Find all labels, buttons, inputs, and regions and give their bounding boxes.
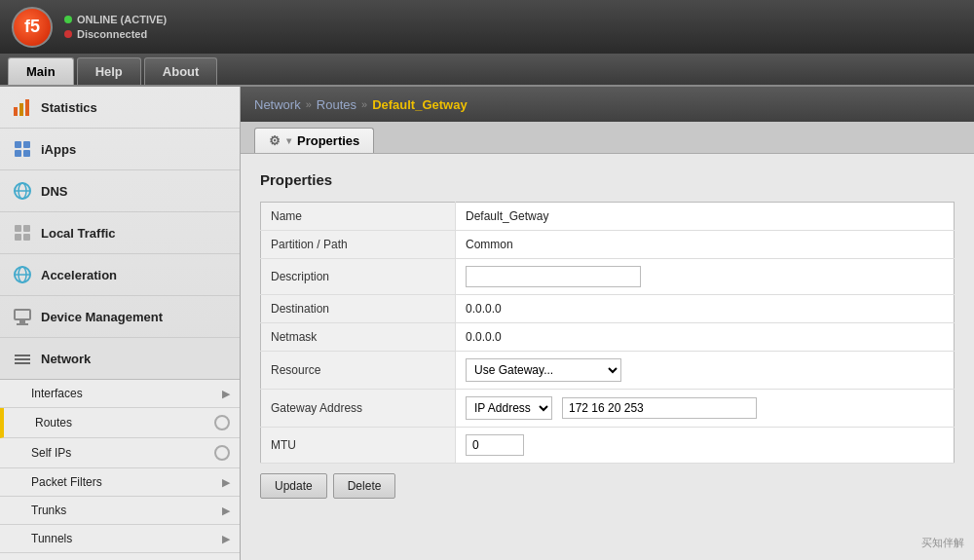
statistics-icon [12, 96, 33, 118]
destination-label: Destination [261, 295, 456, 323]
tab-about[interactable]: About [144, 57, 218, 85]
sidebar-sub-route-domains[interactable]: Route Domains [0, 553, 240, 560]
dns-label: DNS [41, 184, 67, 199]
sidebar-item-dns[interactable]: DNS [0, 170, 240, 212]
gateway-label: Gateway Address [261, 390, 456, 428]
svg-rect-10 [15, 225, 21, 232]
gateway-value: IP Address [456, 390, 955, 428]
self-ips-circle-icon [214, 445, 230, 461]
tab-dropdown-icon: ▾ [286, 135, 291, 146]
svg-rect-2 [25, 99, 29, 116]
routes-circle-icon [214, 415, 230, 430]
svg-rect-13 [23, 234, 30, 241]
sidebar-item-statistics[interactable]: Statistics [0, 87, 240, 129]
mtu-label: MTU [261, 428, 456, 464]
panel-title: Properties [260, 171, 955, 188]
breadcrumb-sep1: » [306, 98, 312, 110]
sidebar-item-network[interactable]: Network [0, 338, 240, 380]
acceleration-icon [12, 264, 33, 285]
svg-rect-20 [15, 355, 30, 356]
name-label: Name [261, 203, 456, 231]
statistics-label: Statistics [41, 100, 97, 115]
description-input[interactable] [466, 266, 641, 287]
local-traffic-icon [12, 222, 33, 243]
dns-icon [12, 180, 33, 202]
tab-properties[interactable]: ⚙ ▾ Properties [254, 128, 374, 153]
resource-label: Resource [261, 352, 456, 390]
local-traffic-label: Local Traffic [41, 226, 116, 241]
sidebar-sub-self-ips[interactable]: Self IPs [0, 438, 240, 468]
table-row: Netmask 0.0.0.0 [261, 323, 955, 352]
svg-rect-22 [15, 362, 30, 364]
sidebar-item-local-traffic[interactable]: Local Traffic [0, 212, 240, 254]
description-label: Description [261, 259, 456, 295]
update-button[interactable]: Update [260, 473, 327, 499]
action-bar: Update Delete [260, 464, 955, 508]
table-row: Partition / Path Common [261, 231, 955, 259]
svg-rect-4 [23, 141, 30, 148]
sidebar-item-acceleration[interactable]: Acceleration [0, 254, 240, 296]
svg-rect-18 [19, 320, 25, 323]
status-block: ONLINE (ACTIVE) Disconnected [64, 14, 167, 40]
sidebar-sub-routes[interactable]: Routes [0, 408, 240, 438]
table-row: MTU [261, 428, 955, 464]
sidebar-item-iapps[interactable]: iApps [0, 129, 240, 170]
routes-label: Routes [35, 416, 72, 429]
netmask-value: 0.0.0.0 [456, 323, 955, 352]
sidebar-sub-trunks[interactable]: Trunks ▶ [0, 497, 240, 525]
self-ips-label: Self IPs [31, 446, 71, 460]
breadcrumb-network[interactable]: Network [254, 97, 301, 112]
resource-value: Use Gateway... [456, 352, 955, 390]
trunks-arrow-icon: ▶ [222, 504, 230, 517]
mtu-input[interactable] [466, 434, 524, 456]
interfaces-label: Interfaces [31, 387, 83, 400]
device-management-label: Device Management [41, 310, 163, 324]
tab-main[interactable]: Main [8, 57, 74, 85]
tab-help[interactable]: Help [77, 57, 141, 85]
tab-properties-label: Properties [297, 133, 359, 148]
tunnels-label: Tunnels [31, 532, 72, 545]
trunks-label: Trunks [31, 504, 66, 517]
table-row: Name Default_Getway [261, 203, 955, 231]
content-area: Network » Routes » Default_Getway ⚙ ▾ Pr… [241, 87, 974, 560]
content-tabs: ⚙ ▾ Properties [241, 122, 974, 154]
partition-value: Common [456, 231, 955, 259]
gateway-type-select[interactable]: IP Address [466, 396, 552, 420]
netmask-label: Netmask [261, 323, 456, 352]
interfaces-arrow-icon: ▶ [222, 388, 230, 400]
svg-rect-21 [15, 358, 30, 360]
online-status: ONLINE (ACTIVE) [64, 14, 167, 25]
header: f5 ONLINE (ACTIVE) Disconnected [0, 0, 974, 54]
packet-filters-label: Packet Filters [31, 475, 102, 489]
delete-button[interactable]: Delete [333, 473, 396, 499]
sidebar-sub-tunnels[interactable]: Tunnels ▶ [0, 525, 240, 553]
breadcrumb-routes[interactable]: Routes [317, 97, 356, 112]
disconnected-indicator [64, 30, 72, 38]
svg-rect-5 [15, 150, 21, 157]
sidebar-sub-interfaces[interactable]: Interfaces ▶ [0, 380, 240, 408]
resource-select[interactable]: Use Gateway... [466, 358, 621, 382]
gateway-address-input[interactable] [562, 397, 757, 419]
properties-table: Name Default_Getway Partition / Path Com… [260, 202, 955, 464]
svg-rect-12 [15, 234, 21, 241]
tunnels-arrow-icon: ▶ [222, 533, 230, 545]
table-row: Gateway Address IP Address [261, 390, 955, 428]
network-label: Network [41, 352, 91, 366]
watermark: 买知伴解 [921, 536, 964, 550]
network-icon [12, 348, 33, 369]
f5-logo: f5 [12, 7, 53, 48]
device-management-icon [12, 306, 33, 327]
tab-gear-icon: ⚙ [269, 133, 281, 148]
nav-tabs: Main Help About [0, 54, 974, 87]
svg-rect-11 [23, 225, 30, 232]
acceleration-label: Acceleration [41, 268, 117, 282]
table-row: Description [261, 259, 955, 295]
sidebar-item-device-management[interactable]: Device Management [0, 296, 240, 338]
destination-value: 0.0.0.0 [456, 295, 955, 323]
iapps-label: iApps [41, 142, 76, 157]
svg-rect-0 [14, 107, 18, 116]
table-row: Resource Use Gateway... [261, 352, 955, 390]
sidebar-sub-packet-filters[interactable]: Packet Filters ▶ [0, 468, 240, 497]
partition-label: Partition / Path [261, 231, 456, 259]
breadcrumb-sep2: » [361, 98, 367, 110]
